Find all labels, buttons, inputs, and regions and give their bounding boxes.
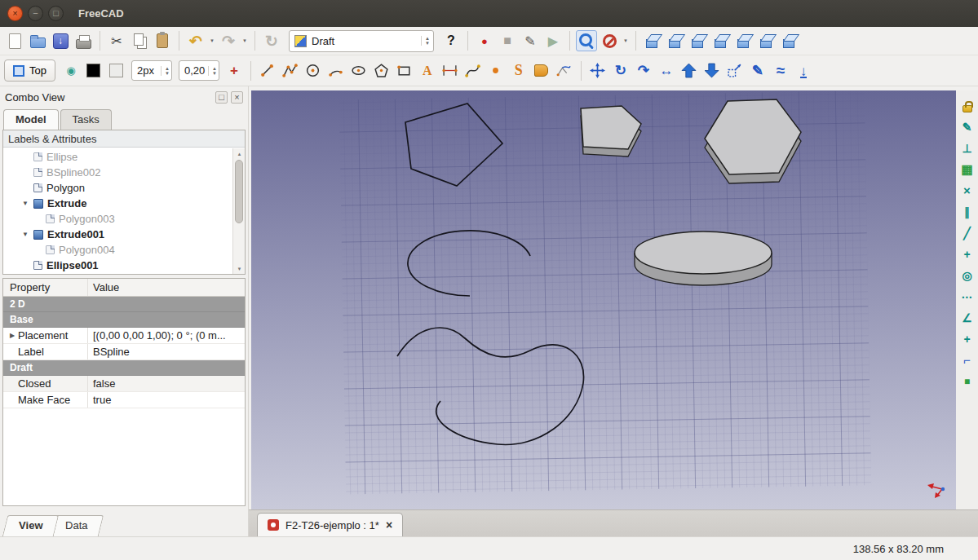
view-bottom-icon[interactable]: [756, 30, 777, 51]
label-value[interactable]: BSpline: [88, 346, 245, 358]
draft-upgrade-icon[interactable]: [679, 60, 700, 82]
tree-item-polygon004[interactable]: Polygon004: [21, 242, 245, 258]
whats-this-icon[interactable]: ?: [440, 30, 462, 51]
scroll-down-icon[interactable]: ▼: [233, 263, 246, 274]
draft-edit-icon[interactable]: ✎: [747, 60, 768, 82]
snap-perpendicular-icon[interactable]: ⊥: [958, 139, 976, 157]
fit-all-icon[interactable]: [576, 30, 597, 51]
draft-circle-icon[interactable]: [303, 60, 324, 82]
scroll-up-icon[interactable]: ▲: [233, 148, 246, 159]
property-column-header[interactable]: Property: [3, 279, 88, 296]
view-rear-icon[interactable]: [733, 30, 755, 51]
snap-extension-icon[interactable]: ╱: [958, 224, 976, 241]
snap-lock-icon[interactable]: [958, 97, 976, 114]
panel-float-icon[interactable]: □: [215, 91, 228, 104]
draft-offset-icon[interactable]: ↷: [633, 60, 654, 82]
draft-apply-style-icon[interactable]: ↓: [793, 60, 814, 82]
snap-center-icon[interactable]: +: [958, 245, 976, 262]
workbench-selector-arrows[interactable]: ▲ ▼: [421, 36, 430, 46]
draft-line-icon[interactable]: [257, 60, 278, 82]
snap-dimensions-icon[interactable]: +: [958, 330, 976, 347]
paste-icon[interactable]: [152, 30, 173, 51]
property-row-placement[interactable]: ▶Placement [(0,00 0,00 1,00); 0 °; (0 m.…: [3, 328, 245, 344]
window-maximize-button[interactable]: □: [48, 6, 64, 21]
snap-ortho-icon[interactable]: ◎: [958, 267, 976, 284]
tree-item-extrude[interactable]: ▼Extrude: [21, 196, 245, 211]
view-isometric-icon[interactable]: [642, 30, 663, 51]
extruded-circle-shape[interactable]: [635, 231, 772, 285]
print-icon[interactable]: [73, 30, 94, 51]
tree-item-polygon003[interactable]: Polygon003: [21, 211, 245, 227]
make-face-value[interactable]: true: [88, 394, 245, 406]
property-row-label[interactable]: Label BSpline: [3, 344, 245, 360]
snap-hold-icon[interactable]: ⋯: [958, 288, 976, 305]
titlebar[interactable]: × − □ FreeCAD: [0, 0, 978, 27]
draft-polygon-icon[interactable]: [371, 60, 392, 82]
tree-scrollbar[interactable]: ▲ ▼: [232, 148, 245, 274]
autogroup-icon[interactable]: +: [223, 60, 245, 82]
redo-icon[interactable]: ↷: [218, 30, 239, 51]
draw-style-dropdown-icon[interactable]: ▼: [622, 38, 630, 43]
line-color-swatch[interactable]: [83, 60, 104, 82]
macro-play-icon[interactable]: ▶: [542, 30, 564, 51]
refresh-icon[interactable]: ↻: [261, 30, 282, 51]
draft-scale-icon[interactable]: [724, 60, 746, 82]
property-group-base[interactable]: Base: [3, 312, 245, 328]
redo-dropdown-icon[interactable]: ▼: [241, 38, 249, 43]
placement-value[interactable]: [(0,00 0,00 1,00); 0 °; (0 m...: [88, 329, 245, 342]
value-column-header[interactable]: Value: [88, 281, 245, 293]
view-right-icon[interactable]: [710, 30, 732, 51]
3d-viewport[interactable]: [251, 90, 956, 509]
tree-item-polygon[interactable]: Polygon: [21, 180, 245, 196]
scrollbar-thumb[interactable]: [235, 160, 243, 223]
expander-icon[interactable]: ▼: [21, 231, 29, 238]
text-scale-spinner[interactable]: 0,20 ▲ ▼: [179, 60, 219, 81]
property-group-draft[interactable]: Draft: [3, 360, 245, 376]
draft-shapestring-icon[interactable]: S: [508, 60, 529, 82]
window-minimize-button[interactable]: −: [28, 6, 43, 21]
workbench-selector[interactable]: Draft ▲ ▼: [289, 30, 434, 52]
line-width-spinner[interactable]: 2px ▲ ▼: [131, 60, 172, 81]
undo-icon[interactable]: ↶: [185, 30, 206, 51]
save-icon[interactable]: ↓: [50, 30, 71, 51]
expander-icon[interactable]: ▶: [10, 332, 18, 339]
draft-move-icon[interactable]: [587, 60, 608, 82]
macro-edit-icon[interactable]: ✎: [520, 30, 541, 51]
snap-working-plane-icon[interactable]: ⌐: [958, 351, 976, 368]
snap-grid-icon[interactable]: ▦: [958, 161, 976, 178]
tree-item-ellipse001[interactable]: Ellipse001: [21, 258, 245, 273]
window-close-button[interactable]: ×: [7, 6, 23, 21]
snap-endpoint-icon[interactable]: ✎: [958, 118, 976, 135]
macro-stop-icon[interactable]: ■: [497, 30, 518, 51]
snap-intersection-icon[interactable]: ×: [958, 182, 976, 199]
property-row-closed[interactable]: Closed false: [3, 376, 245, 392]
property-group-2d[interactable]: 2 D: [3, 297, 245, 312]
face-color-swatch[interactable]: [106, 60, 127, 82]
draft-trimex-icon[interactable]: ↔: [656, 60, 677, 82]
cut-icon[interactable]: ✂: [106, 30, 127, 51]
draft-text-icon[interactable]: A: [417, 60, 438, 82]
draft-bezier-icon[interactable]: [462, 60, 484, 82]
copy-icon[interactable]: [129, 30, 150, 51]
new-document-icon[interactable]: [4, 30, 25, 51]
document-close-icon[interactable]: ×: [386, 518, 392, 531]
snap-angle-icon[interactable]: ∠: [958, 309, 976, 326]
draft-ellipse-icon[interactable]: [348, 60, 370, 82]
snap-special-icon[interactable]: ■: [958, 373, 976, 390]
macro-record-icon[interactable]: ●: [474, 30, 495, 51]
tree-item-ellipse[interactable]: Ellipse: [21, 149, 245, 165]
tab-view[interactable]: View: [2, 515, 60, 536]
view-top-icon[interactable]: [688, 30, 709, 51]
tree-item-bspline002[interactable]: BSpline002: [21, 165, 245, 180]
expander-icon[interactable]: ▼: [21, 200, 29, 207]
property-row-make-face[interactable]: Make Face true: [3, 392, 245, 408]
draft-wire-icon[interactable]: [280, 60, 301, 82]
draft-rotate-icon[interactable]: ↻: [610, 60, 631, 82]
draft-downgrade-icon[interactable]: [701, 60, 723, 82]
tab-tasks[interactable]: Tasks: [60, 109, 112, 130]
draft-dimension-icon[interactable]: [440, 60, 461, 82]
open-document-icon[interactable]: [27, 30, 48, 51]
working-plane-button[interactable]: Top: [4, 60, 55, 82]
view-front-icon[interactable]: [665, 30, 686, 51]
document-tab[interactable]: F2-T26-ejemplo : 1* ×: [257, 513, 403, 536]
